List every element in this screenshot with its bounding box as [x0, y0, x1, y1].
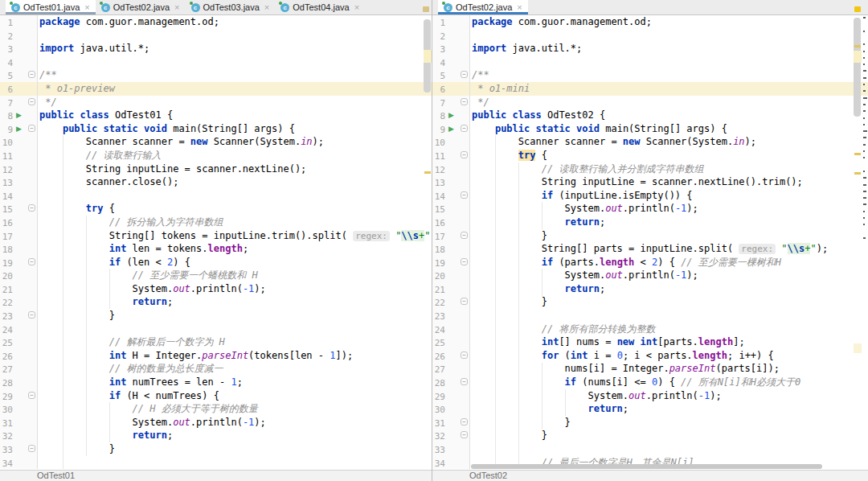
gutter[interactable]: 6 [432, 82, 470, 96]
gutter[interactable]: 13 [0, 175, 38, 189]
code-text[interactable]: return; [470, 402, 868, 416]
gutter[interactable]: 32− [432, 429, 470, 442]
run-icon[interactable]: ▶ [16, 122, 22, 136]
code-text[interactable]: if (nums[i] <= 0) { // 所有N[i]和H必须大于0 [470, 376, 868, 389]
gutter[interactable]: 33− [0, 442, 38, 456]
gutter[interactable]: 32 [0, 429, 38, 442]
code-text[interactable]: scanner.close(); [38, 175, 432, 189]
gutter[interactable]: 26 [0, 349, 38, 363]
code-text[interactable]: if (parts.length < 2) { // 至少需要一棵树和H [470, 256, 868, 269]
gutter[interactable]: 34 [0, 456, 38, 470]
code-text[interactable]: public static void main(String[] args) { [38, 122, 432, 136]
gutter[interactable]: 28− [432, 376, 470, 389]
code-text[interactable]: // 读取整行输入 [38, 149, 432, 162]
gutter[interactable]: 7− [432, 96, 470, 109]
editor-right[interactable]: 1package com.guor.management.od;23import… [432, 15, 868, 470]
code-text[interactable]: if (len < 2) { [38, 256, 432, 269]
code-text[interactable]: } [38, 309, 432, 323]
gutter[interactable]: 2 [432, 29, 470, 43]
fold-icon[interactable]: − [28, 125, 35, 132]
gutter[interactable]: 16 [0, 216, 38, 229]
stripe-warning-band[interactable] [854, 343, 862, 353]
code-text[interactable] [38, 323, 432, 336]
fold-icon[interactable]: − [28, 445, 35, 452]
code-text[interactable]: // 树的数量为总长度减一 [38, 362, 432, 376]
fold-icon[interactable]: − [461, 298, 468, 305]
gutter[interactable]: 23− [0, 309, 38, 323]
code-text[interactable]: package com.guor.management.od; [38, 15, 432, 29]
code-text[interactable] [470, 56, 868, 69]
stripe-warning-band[interactable] [854, 51, 862, 63]
horizontal-scrollbar[interactable] [471, 464, 822, 469]
tab-close-icon[interactable]: × [174, 3, 179, 12]
fold-icon[interactable]: − [28, 98, 35, 105]
gutter[interactable]: 19− [0, 256, 38, 269]
code-text[interactable]: System.out.println(-1); [470, 202, 868, 216]
gutter[interactable]: 4 [0, 56, 38, 69]
code-text[interactable]: int[] nums = new int[parts.length]; [470, 335, 868, 349]
gutter[interactable]: 15− [0, 202, 38, 216]
gutter[interactable]: 7− [0, 96, 38, 109]
fold-icon[interactable]: − [461, 431, 468, 438]
gutter[interactable]: 21 [0, 282, 38, 296]
code-text[interactable]: int H = Integer.parseInt(tokens[len - 1]… [38, 349, 432, 363]
code-minimap[interactable] [863, 15, 868, 470]
fold-icon[interactable]: − [461, 232, 468, 239]
code-text[interactable]: String[] parts = inputLine.split( regex:… [470, 242, 868, 256]
code-text[interactable]: // 将所有部分转换为整数 [470, 323, 868, 336]
code-text[interactable]: Scanner scanner = new Scanner(System.in)… [38, 135, 432, 149]
code-text[interactable]: // 拆分输入为字符串数组 [38, 216, 432, 229]
gutter[interactable]: 11 [0, 149, 38, 162]
gutter[interactable]: 30 [0, 402, 38, 416]
code-text[interactable]: public class OdTest01 { [38, 109, 432, 122]
code-text[interactable]: } [470, 295, 868, 309]
gutter[interactable]: 31 [0, 416, 38, 430]
code-text[interactable]: nums[i] = Integer.parseInt(parts[i]); [470, 362, 868, 376]
gutter[interactable]: 31− [432, 416, 470, 430]
gutter[interactable]: 3 [0, 42, 38, 56]
gutter[interactable]: 18 [0, 242, 38, 256]
tab-OdTest03.java[interactable]: cOdTest03.java× [186, 0, 276, 14]
gutter[interactable]: 20 [432, 269, 470, 282]
gutter[interactable]: 1 [0, 15, 38, 29]
code-text[interactable]: /** [470, 68, 868, 82]
gutter[interactable]: 17 [0, 229, 38, 243]
gutter[interactable]: 11− [432, 149, 470, 162]
gutter[interactable]: 29 [432, 389, 470, 403]
code-text[interactable] [470, 29, 868, 43]
gutter[interactable]: 30 [432, 402, 470, 416]
fold-icon[interactable]: − [461, 71, 468, 78]
code-text[interactable] [38, 56, 432, 69]
code-text[interactable]: return; [470, 216, 868, 229]
tab-close-icon[interactable]: × [354, 3, 359, 12]
tab-OdTest02.java[interactable]: cOdTest02.java× [96, 0, 186, 14]
fold-icon[interactable]: − [28, 204, 35, 212]
fold-icon[interactable]: − [461, 352, 468, 359]
gutter[interactable]: 4 [432, 56, 470, 69]
gutter[interactable]: 14 [0, 189, 38, 203]
gutter[interactable]: 8▶ [0, 109, 38, 122]
gutter[interactable]: 16 [432, 216, 470, 229]
code-text[interactable]: return; [38, 295, 432, 309]
fold-icon[interactable]: − [28, 311, 35, 319]
run-icon[interactable]: ▶ [448, 122, 454, 136]
gutter[interactable]: 12 [432, 162, 470, 176]
gutter[interactable]: 27 [432, 362, 470, 376]
code-text[interactable]: return; [470, 282, 868, 296]
code-text[interactable]: int len = tokens.length; [38, 242, 432, 256]
code-text[interactable]: if (inputLine.isEmpty()) { [470, 189, 868, 203]
gutter[interactable]: 22 [0, 295, 38, 309]
gutter[interactable]: 29− [0, 389, 38, 403]
editor-left[interactable]: 1package com.guor.management.od;23import… [0, 15, 432, 470]
code-text[interactable]: } [38, 442, 432, 456]
tab-close-icon[interactable]: × [84, 3, 89, 12]
code-text[interactable]: public class OdTest02 { [470, 109, 868, 122]
gutter[interactable]: 5− [432, 68, 470, 82]
code-text[interactable]: System.out.println(-1); [470, 389, 868, 403]
gutter[interactable]: 3 [432, 42, 470, 56]
gutter[interactable]: 14− [432, 189, 470, 203]
tab-OdTest02.java[interactable]: cOdTest02.java× [438, 0, 528, 14]
fold-icon[interactable]: − [461, 258, 468, 265]
gutter[interactable]: 6 [0, 82, 38, 96]
code-text[interactable]: import java.util.*; [38, 42, 432, 56]
